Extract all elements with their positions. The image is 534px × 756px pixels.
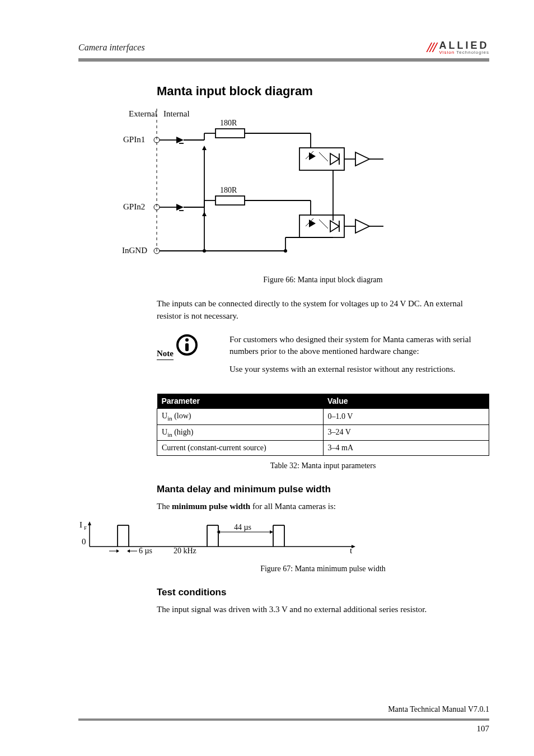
note-block: Note For customers who designed their sy… (157, 334, 489, 381)
svg-text:6 µs: 6 µs (139, 547, 152, 555)
ingnd-label: InGND (122, 246, 147, 255)
svg-rect-32 (299, 215, 344, 237)
logo-main-text: ALLIED (439, 40, 489, 50)
table-row: Current (constant-current source) 3–4 mA (157, 441, 489, 456)
delay-heading: Manta delay and minimum pulse width (157, 484, 489, 495)
figure-67-caption: Figure 67: Manta minimum pulse width (157, 564, 489, 573)
svg-marker-40 (355, 220, 369, 233)
note-paragraph-1: For customers who designed their system … (229, 334, 489, 358)
table-header-parameter: Parameter (157, 394, 324, 409)
svg-marker-3 (176, 137, 184, 143)
svg-marker-19 (355, 152, 369, 166)
note-label: Note (157, 349, 174, 360)
page-header: Camera interfaces /// ALLIED Vision Tech… (78, 39, 489, 56)
svg-marker-24 (176, 204, 184, 211)
pulse-width-figure: I F 0 6 µs 20 kHz (78, 519, 489, 560)
svg-point-54 (185, 338, 189, 342)
svg-text:0: 0 (82, 537, 86, 546)
page-footer: Manta Technical Manual V7.0.1 107 (78, 705, 489, 734)
info-icon (176, 334, 198, 356)
svg-rect-11 (299, 148, 344, 170)
table-row: Uin (high) 3–24 V (157, 424, 489, 441)
footer-divider (78, 718, 489, 721)
external-label: External (129, 109, 157, 118)
svg-line-15 (321, 155, 328, 161)
svg-marker-33 (309, 220, 316, 227)
test-conditions-paragraph: The input signal was driven with 3.3 V a… (157, 604, 489, 616)
svg-marker-16 (330, 153, 339, 165)
figure-66-caption: Figure 66: Manta input block diagram (157, 276, 489, 284)
svg-text:I: I (79, 520, 82, 529)
logo-sub-text: Vision Technologies (439, 50, 489, 55)
svg-line-36 (321, 222, 328, 228)
test-conditions-heading: Test conditions (157, 587, 489, 598)
resistor2-label: 180R (220, 186, 237, 194)
gpin2-label: GPIn2 (123, 202, 145, 211)
gpin1-label: GPIn1 (123, 135, 145, 144)
allied-logo: /// ALLIED Vision Technologies (427, 39, 489, 56)
delay-intro: The minimum pulse width for all Manta ca… (157, 501, 489, 513)
intro-paragraph: The inputs can be connected directly to … (157, 298, 489, 323)
parameter-table: Parameter Value Uin (low) 0–1.0 V Uin (h… (157, 394, 489, 456)
page-number: 107 (78, 724, 489, 734)
svg-marker-60 (88, 521, 91, 525)
svg-marker-67 (116, 549, 119, 553)
svg-rect-29 (216, 196, 245, 205)
svg-text:F: F (84, 525, 87, 531)
table-32-caption: Table 32: Manta input parameters (157, 461, 489, 470)
internal-label: Internal (163, 109, 190, 118)
svg-marker-37 (330, 221, 339, 232)
table-header-value: Value (323, 394, 489, 409)
note-paragraph-2: Use your systems with an external resist… (229, 363, 489, 376)
breadcrumb: Camera interfaces (78, 43, 145, 53)
svg-rect-8 (216, 129, 245, 138)
header-divider (78, 58, 489, 62)
section-heading: Manta input block diagram (157, 84, 489, 99)
svg-text:20 kHz: 20 kHz (174, 547, 196, 555)
svg-marker-69 (127, 549, 130, 553)
svg-marker-48 (202, 146, 207, 150)
resistor1-label: 180R (220, 119, 237, 127)
table-row: Uin (low) 0–1.0 V (157, 408, 489, 424)
manual-version: Manta Technical Manual V7.0.1 (78, 705, 489, 714)
svg-text:44 µs: 44 µs (234, 523, 251, 531)
block-diagram-figure: External Internal GPIn1 180R (78, 109, 489, 268)
svg-marker-12 (309, 152, 316, 160)
svg-rect-55 (185, 343, 189, 351)
logo-slashes-icon: /// (427, 39, 436, 56)
